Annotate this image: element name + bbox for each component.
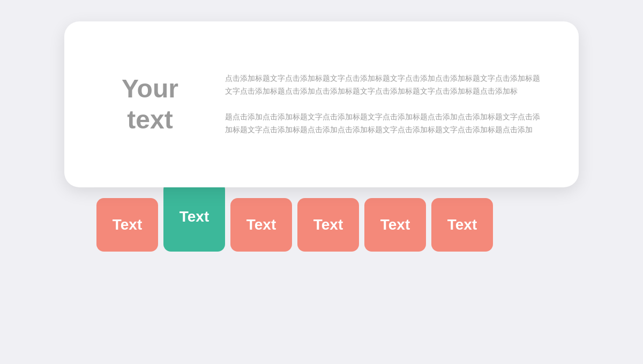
- tab-6[interactable]: Text: [431, 198, 493, 252]
- tab-4-label: Text: [313, 216, 343, 233]
- slide-container: Your text 点击添加标题文字点击添加标题文字点击添加标题文字点击添加点击…: [27, 21, 616, 343]
- tab-1-label: Text: [113, 216, 143, 233]
- tab-2-label: Text: [180, 208, 210, 225]
- tabs-row: Text Text Text Text Text Text: [64, 182, 579, 252]
- tab-3-label: Text: [246, 216, 276, 233]
- card-title: Your text: [122, 73, 178, 135]
- tab-3[interactable]: Text: [230, 198, 292, 252]
- card-right: 点击添加标题文字点击添加标题文字点击添加标题文字点击添加点击添加标题文字点击添加…: [204, 72, 547, 136]
- card-left: Your text: [96, 73, 204, 135]
- tab-1[interactable]: Text: [96, 198, 158, 252]
- tab-6-label: Text: [447, 216, 477, 233]
- paragraph-2: 题点击添加点击添加标题文字点击添加标题文字点击添加标题点击添加点击添加标题文字点…: [225, 111, 547, 136]
- tab-4[interactable]: Text: [297, 198, 359, 252]
- main-card: Your text 点击添加标题文字点击添加标题文字点击添加标题文字点击添加点击…: [64, 21, 579, 187]
- tab-5[interactable]: Text: [364, 198, 426, 252]
- title-line1: Your: [122, 74, 178, 103]
- title-line2: text: [127, 105, 173, 134]
- tab-2[interactable]: Text: [163, 182, 225, 252]
- paragraph-1: 点击添加标题文字点击添加标题文字点击添加标题文字点击添加点击添加标题文字点击添加…: [225, 72, 547, 98]
- tab-5-label: Text: [380, 216, 410, 233]
